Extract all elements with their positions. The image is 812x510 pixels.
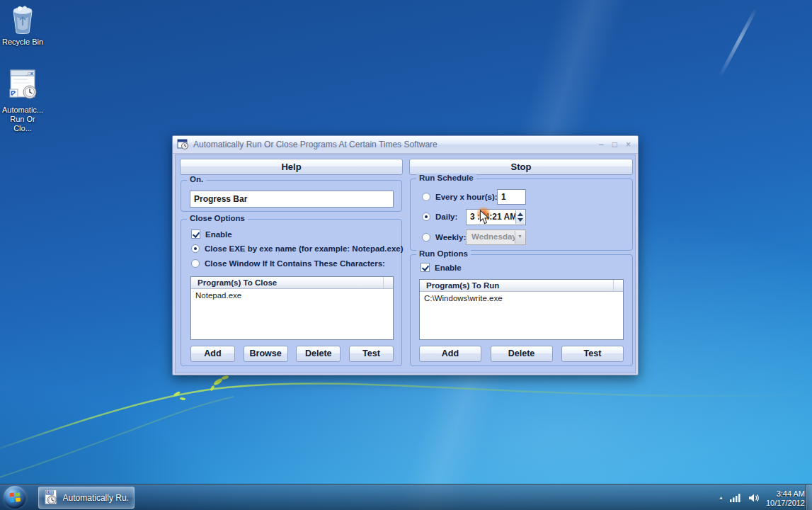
run-test-button[interactable]: Test	[561, 346, 624, 362]
radio-selected-icon[interactable]	[191, 244, 200, 253]
taskbar-app-label: Automatically Ru...	[63, 493, 129, 503]
column-separator	[383, 277, 384, 288]
desktop-icon-recycle-bin[interactable]: Recycle Bin	[0, 4, 45, 47]
checkbox-checked-icon[interactable]	[191, 230, 200, 239]
run-schedule-group: Run Schedule Every x hour(s): Daily: 3 :…	[410, 178, 633, 251]
window-client-area: Help On. Close Options Enable Close EXE …	[175, 154, 636, 373]
close-enable-checkbox[interactable]: Enable	[191, 230, 232, 239]
app-window: Automatically Run Or Close Programs At C…	[172, 135, 639, 375]
weekly-day-dropdown[interactable]: Wednesday ▼	[466, 230, 526, 245]
stop-button[interactable]: Stop	[409, 159, 633, 175]
dropdown-arrow-icon[interactable]: ▼	[515, 231, 525, 244]
time-spinner[interactable]	[515, 210, 525, 224]
run-schedule-label: Run Schedule	[416, 174, 476, 182]
column-separator	[613, 280, 614, 291]
speaker-volume-icon[interactable]	[748, 493, 760, 503]
close-options-label: Close Options	[187, 214, 248, 222]
list-item[interactable]: Notepad.exe	[191, 289, 393, 300]
app-shortcut-icon: _□X	[6, 67, 40, 103]
checkbox-checked-icon[interactable]	[421, 263, 430, 272]
app-exe-icon: EXE	[44, 489, 59, 506]
on-group-label: On.	[187, 175, 206, 183]
window-app-icon	[177, 139, 189, 150]
recycle-bin-icon	[8, 4, 38, 35]
programs-to-run-header[interactable]: Program(s) To Run	[420, 280, 623, 292]
daily-time-field[interactable]: 3 :44:21 AM	[466, 209, 526, 225]
run-options-group: Run Options Enable Program(s) To Run C:\…	[410, 254, 633, 366]
windows-logo-icon	[4, 486, 26, 509]
network-signal-icon[interactable]	[730, 493, 742, 502]
desktop-icon-label: Automatic... Run Or Clo...	[0, 106, 45, 133]
programs-to-close-list[interactable]: Program(s) To Close Notepad.exe	[190, 276, 394, 340]
radio-unselected-icon[interactable]	[422, 233, 430, 242]
close-add-button[interactable]: Add	[190, 346, 235, 362]
spin-up-icon[interactable]	[517, 212, 523, 216]
svg-text:EXE: EXE	[46, 490, 54, 494]
spin-down-icon[interactable]	[517, 218, 523, 222]
run-options-label: Run Options	[416, 249, 471, 258]
close-by-exe-radio[interactable]: Close EXE by exe name (for example: Note…	[191, 244, 404, 253]
close-browse-button[interactable]: Browse	[244, 346, 288, 362]
radio-selected-icon[interactable]	[422, 212, 430, 221]
taskbar: EXE Automatically Ru... ▲ 3:44 AM	[0, 484, 812, 510]
wallpaper-contrail	[718, 7, 757, 77]
programs-to-run-list[interactable]: Program(s) To Run C:\Windows\write.exe	[419, 279, 624, 340]
tray-time: 3:44 AM	[766, 489, 805, 499]
daily-radio[interactable]: Daily:	[422, 212, 457, 221]
tray-expand-icon[interactable]: ▲	[719, 495, 724, 500]
desktop-icon-app-shortcut[interactable]: _□X Automatic... Run Or Clo...	[0, 67, 45, 133]
close-options-group: Close Options Enable Close EXE by exe na…	[181, 219, 402, 366]
every-x-hours-input[interactable]	[497, 189, 526, 205]
radio-unselected-icon[interactable]	[191, 259, 200, 268]
on-group: On.	[181, 180, 402, 212]
run-enable-checkbox[interactable]: Enable	[421, 263, 462, 272]
desktop: Recycle Bin _□X Automatic... Run Or Clo.…	[0, 0, 812, 510]
start-button[interactable]	[4, 486, 26, 509]
programs-to-close-header[interactable]: Program(s) To Close	[191, 277, 393, 289]
run-add-button[interactable]: Add	[419, 346, 481, 362]
on-name-input[interactable]	[190, 191, 394, 208]
minimize-button[interactable]: –	[599, 140, 604, 149]
tray-date: 10/17/2012	[766, 499, 805, 508]
desktop-icon-label: Recycle Bin	[0, 38, 45, 47]
close-delete-button[interactable]: Delete	[296, 346, 341, 362]
window-title: Automatically Run Or Close Programs At C…	[193, 140, 438, 149]
close-button[interactable]: ×	[626, 140, 631, 149]
weekly-radio[interactable]: Weekly:	[422, 233, 466, 242]
title-bar[interactable]: Automatically Run Or Close Programs At C…	[173, 136, 638, 154]
list-item[interactable]: C:\Windows\write.exe	[420, 292, 623, 302]
every-x-hours-radio[interactable]: Every x hour(s):	[422, 193, 498, 201]
close-by-window-radio[interactable]: Close Window If It Contains These Charac…	[191, 259, 385, 268]
close-test-button[interactable]: Test	[349, 346, 394, 362]
run-delete-button[interactable]: Delete	[491, 346, 553, 362]
radio-unselected-icon[interactable]	[422, 193, 430, 201]
maximize-button[interactable]: □	[612, 140, 617, 149]
taskbar-app-button[interactable]: EXE Automatically Ru...	[38, 487, 135, 509]
show-desktop-button[interactable]	[806, 484, 812, 510]
svg-text:_□X: _□X	[25, 72, 33, 76]
help-button[interactable]: Help	[180, 159, 403, 175]
tray-clock[interactable]: 3:44 AM 10/17/2012	[766, 488, 805, 508]
